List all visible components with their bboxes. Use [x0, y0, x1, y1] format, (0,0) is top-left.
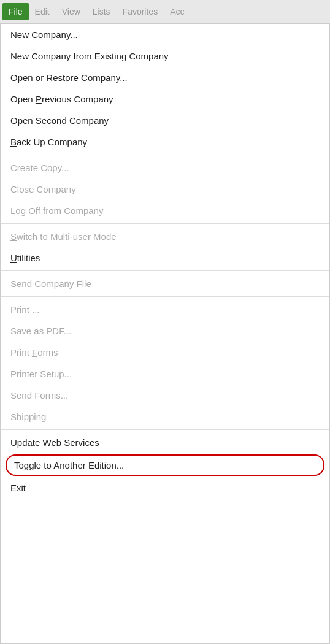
menu-item-print: Print ... [1, 299, 329, 320]
menu-item-send-forms: Send Forms... [1, 385, 329, 406]
menu-bar[interactable]: File Edit View Lists Favorites Acc [0, 0, 330, 23]
divider-2 [1, 223, 329, 224]
menubar-item-acc[interactable]: Acc [164, 3, 190, 20]
menu-item-new-company[interactable]: New Company... [1, 24, 329, 45]
menu-item-send-company-file: Send Company File [1, 273, 329, 294]
menu-item-logoff: Log Off from Company [1, 200, 329, 221]
menu-item-print-forms: Print Forms [1, 342, 329, 363]
menubar-item-view[interactable]: View [56, 3, 86, 20]
menubar-item-edit[interactable]: Edit [29, 3, 56, 20]
menu-item-printer-setup: Printer Setup... [1, 363, 329, 385]
divider-4 [1, 296, 329, 297]
menubar-item-file[interactable]: File [2, 3, 29, 20]
divider-3 [1, 270, 329, 271]
menu-item-open-previous[interactable]: Open Previous Company [1, 88, 329, 110]
menubar-item-lists[interactable]: Lists [86, 3, 117, 20]
menu-item-utilities[interactable]: Utilities [1, 247, 329, 269]
dropdown-menu: New Company... New Company from Existing… [0, 23, 330, 644]
menu-item-exit[interactable]: Exit [1, 477, 329, 499]
menu-item-backup[interactable]: Back Up Company [1, 131, 329, 153]
divider-1 [1, 155, 329, 155]
menu-item-switch-multiuser: Switch to Multi-user Mode [1, 226, 329, 247]
menu-item-new-company-existing[interactable]: New Company from Existing Company [1, 45, 329, 67]
menubar-item-favorites[interactable]: Favorites [117, 3, 164, 20]
menu-item-save-pdf: Save as PDF... [1, 320, 329, 342]
divider-5 [1, 429, 329, 430]
menu-item-shipping: Shipping [1, 406, 329, 427]
menu-item-open-restore[interactable]: Open or Restore Company... [1, 67, 329, 88]
menu-item-toggle-edition[interactable]: Toggle to Another Edition... [6, 454, 324, 476]
menu-item-update-web[interactable]: Update Web Services [1, 432, 329, 453]
menu-item-create-copy: Create Copy... [1, 157, 329, 178]
menu-item-open-second[interactable]: Open Second Company [1, 110, 329, 131]
menu-item-close-company: Close Company [1, 178, 329, 200]
